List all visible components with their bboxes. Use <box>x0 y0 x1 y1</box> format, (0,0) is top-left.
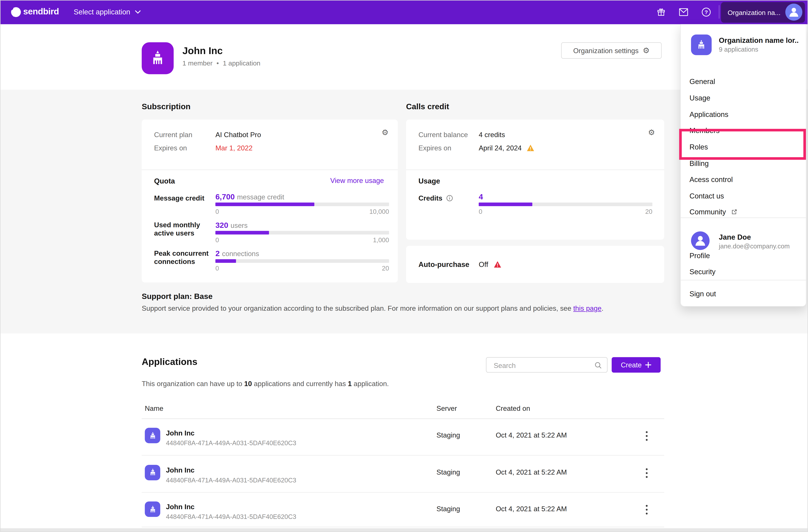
applications-search <box>486 357 607 373</box>
current-plan-value: AI Chatbot Pro <box>216 131 261 139</box>
auto-purchase-value: Off <box>479 260 501 269</box>
quota-value: 320 <box>216 221 228 230</box>
row-menu-kebab-icon[interactable] <box>646 431 648 441</box>
menu-item-usage[interactable]: Usage <box>690 94 710 102</box>
expires-label: Expires on <box>154 144 187 152</box>
menu-item-community[interactable]: Community <box>690 208 737 216</box>
application-name: John Inc <box>166 503 195 511</box>
support-text-suffix: . <box>602 305 603 312</box>
auto-purchase-label: Auto-purchase <box>418 260 480 269</box>
credits-label: Credits <box>418 194 442 202</box>
row-menu-kebab-icon[interactable] <box>646 505 648 515</box>
menu-item-sign-out[interactable]: Sign out <box>690 290 716 297</box>
support-plan-title: Support plan: Base <box>142 292 213 300</box>
gift-icon[interactable] <box>657 7 666 17</box>
alert-icon <box>494 261 501 268</box>
applications-title: Applications <box>142 357 198 368</box>
subscription-card: ⚙︎ Current plan AI Chatbot Pro Expires o… <box>142 120 398 282</box>
organization-settings-button[interactable]: Organization settings ⚙︎ <box>561 42 662 59</box>
org-meta: 1 member • 1 application <box>182 59 260 67</box>
application-name: John Inc <box>166 429 195 437</box>
menu-item-applications[interactable]: Applications <box>690 111 728 118</box>
column-header-server: Server <box>437 405 457 412</box>
application-row[interactable]: John Inc 44840F8A-471A-449A-A031-5DAF40E… <box>142 455 664 492</box>
quota-value: 6,700 <box>216 192 235 201</box>
sendbird-logo-icon <box>10 6 22 18</box>
chevron-down-icon <box>135 10 141 14</box>
application-created: Oct 4, 2021 at 5:22 AM <box>496 432 567 439</box>
select-application-dropdown[interactable]: Select application <box>74 8 130 16</box>
scale-max: 20 <box>479 208 652 216</box>
view-more-usage-link[interactable]: View more usage <box>330 177 384 184</box>
application-id: 44840F8A-471A-449A-A031-5DAF40E620C3 <box>166 513 296 520</box>
desc-text: application. <box>352 380 389 388</box>
quota-value: 2 <box>216 249 220 258</box>
support-this-page-link[interactable]: this page <box>573 305 602 312</box>
expires-label: Expires on <box>418 144 451 152</box>
desc-text: This organization can have up to <box>142 380 244 388</box>
quota-progress-fill <box>216 259 236 263</box>
application-icon <box>145 501 160 517</box>
plus-icon <box>645 362 651 368</box>
subscription-title: Subscription <box>142 102 190 111</box>
calls-settings-gear-icon[interactable]: ⚙︎ <box>648 129 655 136</box>
dropdown-org-name: Organization name lor.. <box>719 36 801 44</box>
quota-row-value: 320 users <box>216 221 247 230</box>
menu-item-contact-us[interactable]: Contact us <box>690 192 724 200</box>
application-server: Staging <box>437 505 460 513</box>
member-count: 1 member <box>182 59 213 67</box>
menu-item-members[interactable]: Members <box>690 127 719 134</box>
application-icon <box>145 465 160 480</box>
current-plan-label: Current plan <box>154 131 192 139</box>
application-created: Oct 4, 2021 at 5:22 AM <box>496 468 567 476</box>
create-application-button[interactable]: Create <box>612 357 661 373</box>
subscription-settings-gear-icon[interactable]: ⚙︎ <box>382 129 388 136</box>
application-server: Staging <box>437 468 460 476</box>
menu-item-profile[interactable]: Profile <box>690 252 710 259</box>
dropdown-user-email: jane.doe@company.com <box>719 243 790 250</box>
search-input[interactable] <box>493 358 592 373</box>
usage-title: Usage <box>418 177 440 185</box>
mail-icon[interactable] <box>679 8 688 16</box>
top-navbar: sendbird Select application ? Organi <box>0 0 808 24</box>
menu-item-billing[interactable]: Billing <box>690 160 709 167</box>
credits-label-row: Credits <box>418 194 480 203</box>
menu-item-roles[interactable]: Roles <box>690 143 708 151</box>
application-row[interactable]: John Inc 44840F8A-471A-449A-A031-5DAF40E… <box>142 492 664 528</box>
support-text-body: Support service provided to your organiz… <box>142 305 573 312</box>
dropdown-user-avatar <box>691 232 710 250</box>
create-button-label: Create <box>621 361 642 369</box>
gear-icon: ⚙︎ <box>643 47 649 54</box>
external-link-icon <box>731 209 737 215</box>
menu-item-general[interactable]: General <box>690 78 715 85</box>
application-row[interactable]: John Inc 44840F8A-471A-449A-A031-5DAF40E… <box>142 419 664 455</box>
meta-separator: • <box>217 59 219 67</box>
calls-credit-card: ⚙︎ Current balance 4 credits Expires on … <box>406 120 664 240</box>
quota-progress-fill <box>216 231 269 234</box>
sendbird-wordmark: sendbird <box>23 7 59 17</box>
help-icon[interactable]: ? <box>701 7 711 17</box>
scale-max: 10,000 <box>216 208 389 216</box>
quota-unit: connections <box>222 250 259 258</box>
quota-row-label: Peak concurrent connections <box>154 249 212 266</box>
dropdown-org-meta: 9 applications <box>719 46 758 53</box>
expires-value: Mar 1, 2022 <box>216 144 253 152</box>
quota-progress-bar <box>216 231 389 234</box>
application-icon <box>145 428 160 443</box>
svg-text:?: ? <box>704 9 708 15</box>
menu-item-access-control[interactable]: Acess control <box>690 176 733 183</box>
organization-menu-button[interactable]: Organization na... <box>721 2 805 22</box>
row-menu-kebab-icon[interactable] <box>646 467 648 478</box>
auto-purchase-status: Off <box>479 260 488 269</box>
scale-max: 20 <box>216 265 389 272</box>
scale-max: 1,000 <box>216 237 389 244</box>
org-avatar-icon <box>142 42 174 74</box>
topbar-divider <box>719 5 719 19</box>
calls-credit-title: Calls credit <box>406 102 449 111</box>
application-id: 44840F8A-471A-449A-A031-5DAF40E620C3 <box>166 476 296 484</box>
application-count: 1 application <box>223 59 260 67</box>
org-name: John Inc <box>182 45 223 57</box>
quota-progress-fill <box>216 203 314 206</box>
community-label: Community <box>690 208 726 216</box>
menu-item-security[interactable]: Security <box>690 268 715 275</box>
